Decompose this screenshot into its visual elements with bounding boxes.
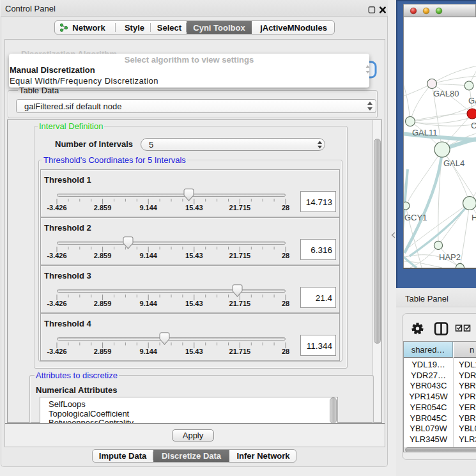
svg-text:C: C [471,121,476,130]
svg-text:GAL11: GAL11 [412,128,438,137]
svg-text:GAL80: GAL80 [433,89,459,98]
svg-text:GA: GA [468,96,476,105]
svg-text:HAP2: HAP2 [439,252,461,262]
svg-text:GCY1: GCY1 [404,213,427,222]
svg-text:H: H [472,213,476,222]
svg-text:GAL4: GAL4 [443,158,464,168]
